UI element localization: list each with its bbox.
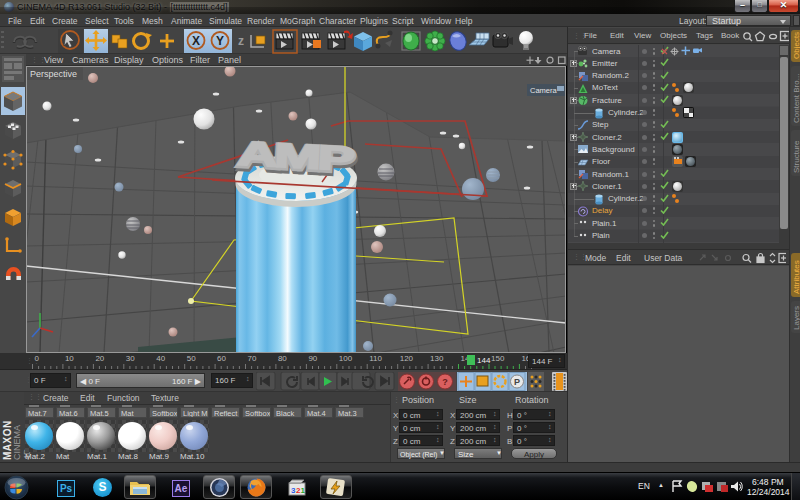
- svg-text:Camera: Camera: [530, 86, 558, 95]
- svg-text:z: z: [238, 34, 244, 48]
- svg-text:1: 1: [301, 486, 306, 495]
- svg-text:110: 110: [369, 354, 382, 363]
- svg-text:80: 80: [278, 354, 287, 363]
- svg-text:AMP: AMP: [237, 134, 354, 178]
- svg-text:100: 100: [339, 354, 353, 363]
- svg-text:X: X: [192, 34, 200, 48]
- svg-text:P: P: [514, 377, 520, 387]
- svg-text:150: 150: [491, 354, 505, 363]
- svg-text:120: 120: [400, 354, 414, 363]
- svg-text:?: ?: [442, 377, 448, 387]
- svg-text:30: 30: [126, 354, 135, 363]
- svg-text:60: 60: [217, 354, 226, 363]
- svg-text:50: 50: [187, 354, 196, 363]
- svg-text:70: 70: [248, 354, 257, 363]
- svg-text:Y: Y: [216, 34, 224, 48]
- svg-text:10: 10: [65, 354, 74, 363]
- svg-text:Perspective: Perspective: [30, 69, 77, 79]
- svg-text:20: 20: [95, 354, 104, 363]
- svg-text:40: 40: [156, 354, 165, 363]
- svg-text:90: 90: [308, 354, 317, 363]
- svg-text:130: 130: [430, 354, 444, 363]
- svg-text:0: 0: [35, 354, 40, 363]
- svg-text:144: 144: [477, 356, 491, 365]
